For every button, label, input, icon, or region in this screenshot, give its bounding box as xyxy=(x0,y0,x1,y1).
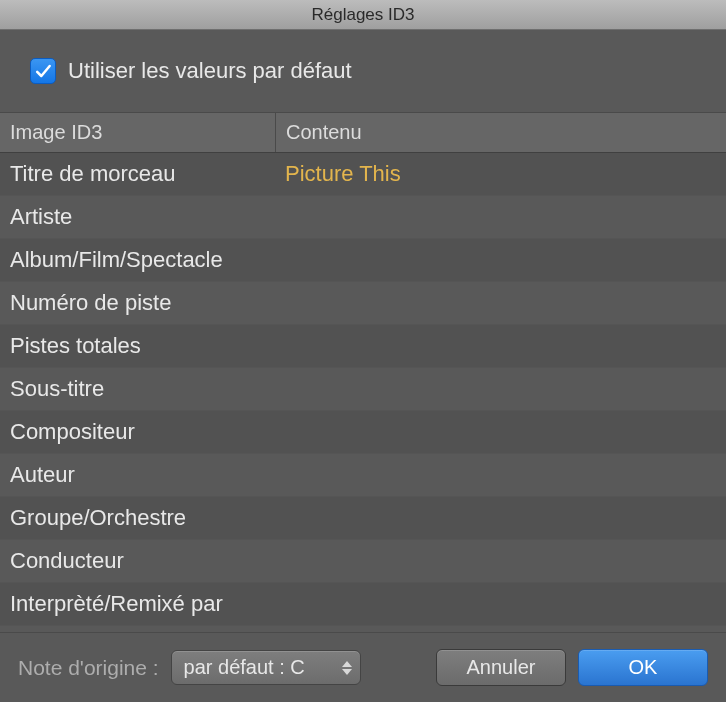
use-defaults-label: Utiliser les valeurs par défaut xyxy=(68,58,352,84)
row-label: Numéro de piste xyxy=(0,282,275,324)
table-row[interactable]: Titre de morceau Picture This xyxy=(0,153,726,196)
table-row[interactable]: Groupe/Orchestre xyxy=(0,497,726,540)
row-value[interactable] xyxy=(275,411,726,453)
use-defaults-checkbox[interactable] xyxy=(30,58,56,84)
row-value[interactable]: Picture This xyxy=(275,153,726,195)
row-label: Interprèté/Remixé par xyxy=(0,583,275,625)
row-value[interactable] xyxy=(275,540,726,582)
row-value[interactable] xyxy=(275,282,726,324)
row-label: Artiste xyxy=(0,196,275,238)
row-label: Sous-titre xyxy=(0,368,275,410)
row-label: Pistes totales xyxy=(0,325,275,367)
row-value[interactable] xyxy=(275,454,726,496)
table-row[interactable]: Auteur xyxy=(0,454,726,497)
row-value[interactable] xyxy=(275,239,726,281)
row-label: Album/Film/Spectacle xyxy=(0,239,275,281)
row-value[interactable] xyxy=(275,325,726,367)
table-header: Image ID3 Contenu xyxy=(0,112,726,153)
row-value[interactable] xyxy=(275,368,726,410)
row-label: Conducteur xyxy=(0,540,275,582)
table-row[interactable]: Compositeur xyxy=(0,411,726,454)
table-row[interactable]: Conducteur xyxy=(0,540,726,583)
table-row[interactable]: Artiste xyxy=(0,196,726,239)
row-label: Titre de morceau xyxy=(0,153,275,195)
row-label: Auteur xyxy=(0,454,275,496)
content-area: Utiliser les valeurs par défaut Image ID… xyxy=(0,30,726,632)
use-defaults-row: Utiliser les valeurs par défaut xyxy=(0,30,726,112)
row-label: Groupe/Orchestre xyxy=(0,497,275,539)
table-row[interactable]: Album/Film/Spectacle xyxy=(0,239,726,282)
origin-note-select[interactable]: par défaut : C xyxy=(171,650,361,685)
window-titlebar: Réglages ID3 xyxy=(0,0,726,30)
checkmark-icon xyxy=(33,61,53,81)
row-value[interactable] xyxy=(275,583,726,625)
cancel-button[interactable]: Annuler xyxy=(436,649,566,686)
footer: Note d'origine : par défaut : C Annuler … xyxy=(0,632,726,702)
window-title: Réglages ID3 xyxy=(311,5,414,25)
table-row[interactable]: Numéro de piste xyxy=(0,282,726,325)
stepper-arrows-icon xyxy=(342,661,352,675)
row-value[interactable] xyxy=(275,497,726,539)
table-body: Titre de morceau Picture This Artiste Al… xyxy=(0,153,726,626)
table-row[interactable]: Pistes totales xyxy=(0,325,726,368)
column-header-image[interactable]: Image ID3 xyxy=(0,113,275,152)
origin-note-label: Note d'origine : xyxy=(18,656,159,680)
table-row[interactable]: Sous-titre xyxy=(0,368,726,411)
row-label: Compositeur xyxy=(0,411,275,453)
svg-marker-1 xyxy=(342,669,352,675)
row-value[interactable] xyxy=(275,196,726,238)
svg-marker-0 xyxy=(342,661,352,667)
column-header-content[interactable]: Contenu xyxy=(275,113,726,152)
ok-button[interactable]: OK xyxy=(578,649,708,686)
select-value: par défaut : C xyxy=(184,656,305,678)
table-row[interactable]: Interprèté/Remixé par xyxy=(0,583,726,626)
